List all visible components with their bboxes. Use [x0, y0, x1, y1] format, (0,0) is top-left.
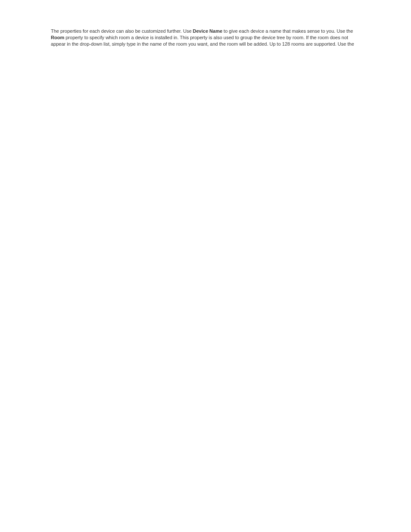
intro-paragraph: The properties for each device can also …	[51, 28, 360, 47]
